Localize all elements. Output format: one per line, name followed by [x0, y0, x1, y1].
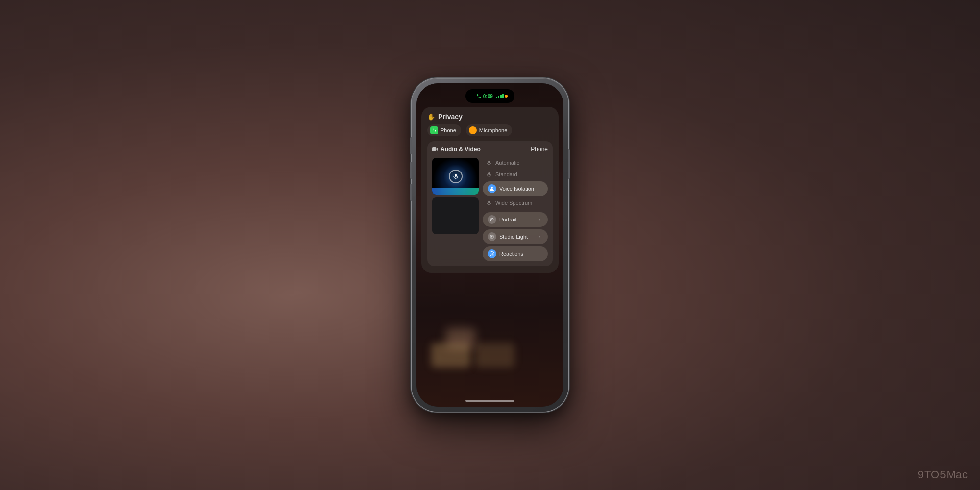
signal-bar-2: [498, 96, 499, 98]
av-title-label: Audio & Video: [441, 146, 481, 153]
svg-rect-3: [488, 161, 490, 163]
studio-light-option[interactable]: Studio Light ›: [483, 229, 548, 244]
wide-spectrum-mic-icon: [486, 199, 492, 206]
watermark: 9TO5Mac: [918, 468, 968, 481]
studio-light-chevron: ›: [536, 233, 543, 240]
microphone-indicator-icon: [469, 126, 477, 134]
dynamic-island: 0:09: [466, 89, 514, 103]
studio-light-label: Studio Light: [499, 234, 533, 240]
microphone-icon: [453, 173, 459, 179]
standard-mic-icon: [486, 171, 492, 178]
video-previews: [432, 158, 479, 261]
svg-point-8: [491, 219, 492, 220]
voice-isolation-icon: [488, 184, 496, 193]
microphone-indicator-label: Microphone: [479, 127, 507, 133]
standard-label: Standard: [495, 172, 517, 177]
home-bar: [466, 400, 514, 402]
wide-spectrum-label: Wide Spectrum: [495, 200, 532, 206]
face-smile-icon: [489, 251, 495, 257]
call-indicator: 0:09: [476, 94, 493, 99]
svg-point-11: [490, 252, 494, 256]
aperture-icon: [490, 217, 494, 222]
microphone-indicator[interactable]: Microphone: [466, 124, 512, 136]
phone-indicator-icon: [430, 126, 438, 134]
signal-bars: [496, 94, 504, 98]
mic-option-standard[interactable]: Standard: [483, 170, 548, 179]
av-header: Audio & Video Phone: [432, 146, 548, 153]
svg-rect-6: [488, 201, 490, 203]
av-app-label: Phone: [531, 146, 548, 153]
privacy-label: Privacy: [438, 113, 463, 121]
video-preview-secondary: [432, 197, 479, 234]
mic-std-svg: [487, 172, 491, 177]
signal-bar-1: [496, 97, 497, 98]
signal-bar-3: [500, 95, 502, 98]
reactions-icon: [488, 249, 496, 258]
privacy-title: ✋ Privacy: [427, 113, 553, 121]
svg-point-10: [491, 236, 493, 238]
portrait-chevron: ›: [536, 216, 543, 223]
voice-isolation-option[interactable]: Voice Isolation: [483, 181, 548, 196]
svg-point-5: [491, 187, 493, 189]
call-timer: 0:09: [483, 94, 493, 99]
signal-bar-4: [502, 94, 504, 98]
phone-screen: 0:09 ✋ Privacy: [416, 83, 564, 407]
mic-option-wide-spectrum[interactable]: Wide Spectrum: [483, 198, 548, 208]
orange-dot: [505, 95, 508, 98]
reactions-option[interactable]: Reactions: [483, 246, 548, 261]
phone-shell: 0:09 ✋ Privacy: [412, 78, 568, 412]
bg-blur-element-3: [446, 328, 475, 348]
video-camera-icon: [432, 147, 438, 152]
phone-icon: [476, 94, 481, 98]
audio-video-section: Audio & Video Phone: [427, 141, 553, 266]
mic-auto-svg: [487, 160, 491, 165]
privacy-section: ✋ Privacy Phone Microphone: [427, 113, 553, 136]
phone-small-icon: [432, 128, 437, 133]
portrait-icon: [488, 215, 496, 224]
automatic-label: Automatic: [495, 160, 519, 166]
options-panel: Automatic Standard: [483, 158, 548, 261]
svg-rect-0: [432, 147, 436, 151]
voice-isolation-label: Voice Isolation: [499, 186, 543, 192]
control-center-overlay[interactable]: ✋ Privacy Phone Microphone: [421, 107, 559, 273]
video-label-bar: [432, 188, 479, 195]
studio-light-icon: [488, 232, 496, 241]
video-options-container: Automatic Standard: [432, 158, 548, 261]
mic-wide-svg: [487, 200, 491, 205]
reactions-label: Reactions: [499, 251, 543, 257]
phone-indicator[interactable]: Phone: [427, 124, 461, 136]
person-wave-icon: [489, 186, 495, 192]
privacy-hand-icon: ✋: [427, 113, 435, 121]
automatic-mic-icon: [486, 159, 492, 166]
svg-rect-4: [488, 172, 490, 175]
svg-rect-1: [455, 174, 457, 177]
portrait-label: Portrait: [499, 217, 533, 222]
phone-indicator-label: Phone: [441, 127, 456, 133]
mic-circle: [449, 170, 463, 183]
mic-option-automatic[interactable]: Automatic: [483, 158, 548, 168]
video-preview-main: [432, 158, 479, 195]
privacy-indicators: Phone Microphone: [427, 124, 553, 136]
svg-point-12: [491, 253, 491, 253]
portrait-option[interactable]: Portrait ›: [483, 212, 548, 227]
cube-icon: [490, 234, 494, 239]
svg-point-13: [492, 253, 493, 253]
bg-blur-element-2: [475, 343, 514, 368]
mic-options-group: Automatic Standard: [483, 158, 548, 208]
av-title: Audio & Video: [432, 146, 481, 153]
